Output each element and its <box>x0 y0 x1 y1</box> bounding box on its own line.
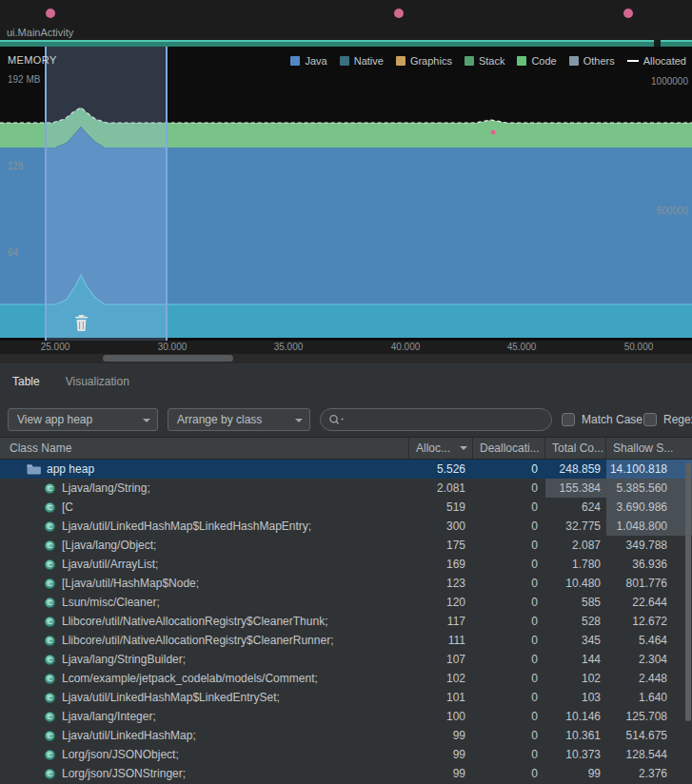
cell-shallow-size: 5.464 <box>606 631 692 650</box>
table-row[interactable]: CLsun/misc/Cleaner;120058522.644 <box>0 593 692 612</box>
legend-label: Code <box>531 55 556 67</box>
class-name-label: [Ljava/util/HashMap$Node; <box>62 574 199 593</box>
column-header-total-co[interactable]: Total Co... <box>545 438 606 459</box>
cell-class-name: CLjava/util/LinkedHashMap; <box>0 726 409 745</box>
memory-chart[interactable]: MEMORY 192 MB JavaNativeGraphicsStackCod… <box>0 47 692 341</box>
class-icon: C <box>44 520 56 533</box>
table-row[interactable]: CLlibcore/util/NativeAllocationRegistry$… <box>0 631 692 650</box>
native-swatch-icon <box>340 56 349 66</box>
arrange-select[interactable]: Arrange by class <box>168 408 310 431</box>
svg-text:C: C <box>48 522 53 531</box>
selection-range[interactable] <box>46 47 167 341</box>
table-row[interactable]: CLcom/example/jetpack_codelab/models/Com… <box>0 669 692 688</box>
column-header-class-name[interactable]: Class Name <box>0 438 409 459</box>
table-row[interactable]: CLorg/json/JSONStringer;990992.376 <box>0 764 692 783</box>
cell-class-name: CLorg/json/JSONStringer; <box>0 764 409 783</box>
match-case-option[interactable]: Match Case <box>562 408 643 431</box>
table-row[interactable]: CLjava/lang/StringBuilder;10701442.304 <box>0 650 692 669</box>
match-case-checkbox[interactable] <box>562 413 575 426</box>
class-icon: C <box>44 635 56 647</box>
search-input[interactable] <box>349 413 544 426</box>
others-swatch-icon <box>569 56 579 66</box>
cell-allocations: 99 <box>409 726 473 745</box>
table-row[interactable]: CLjava/util/LinkedHashMap$LinkedEntrySet… <box>0 688 692 707</box>
event-dot[interactable] <box>46 9 55 18</box>
cell-deallocations: 0 <box>473 479 545 498</box>
table-row[interactable]: C[Ljava/lang/Object;17502.087349.788 <box>0 536 692 555</box>
table-row[interactable]: CLjava/lang/String;2.0810155.3845.385.56… <box>0 479 692 498</box>
svg-text:C: C <box>48 579 53 588</box>
event-dot[interactable] <box>623 9 633 18</box>
cell-shallow-size: 514.675 <box>606 726 692 745</box>
cell-deallocations: 0 <box>473 707 545 726</box>
cell-deallocations: 0 <box>473 650 545 669</box>
class-name-label: Lorg/json/JSONObject; <box>62 745 179 764</box>
column-header-label: Total Co... <box>552 441 603 455</box>
table-row[interactable]: CLjava/util/LinkedHashMap;99010.361514.6… <box>0 726 692 745</box>
legend-label: Graphics <box>410 55 452 67</box>
cell-allocations: 300 <box>409 517 473 536</box>
vertical-scrollbar[interactable] <box>685 462 691 721</box>
heap-select[interactable]: View app heap <box>8 408 158 431</box>
cell-deallocations: 0 <box>473 726 545 745</box>
class-name-label: Ljava/util/ArrayList; <box>62 555 158 574</box>
event-dot[interactable] <box>394 9 404 18</box>
timeline-tick: 25.000 <box>34 342 76 352</box>
column-header-alloc[interactable]: Alloc... <box>409 438 473 459</box>
table-row[interactable]: CLjava/util/LinkedHashMap$LinkedHashMapE… <box>0 517 692 536</box>
column-header-label: Deallocati... <box>480 441 540 455</box>
memory-max-label: 192 MB <box>8 74 40 85</box>
svg-text:C: C <box>48 656 53 664</box>
cell-class-name: CLorg/json/JSONObject; <box>0 745 409 764</box>
legend-item-allocated: Allocated <box>627 55 686 67</box>
cell-shallow-size: 12.672 <box>606 612 692 631</box>
column-header-deallocati[interactable]: Deallocati... <box>473 438 545 459</box>
search-field[interactable] <box>320 408 552 431</box>
cell-class-name: CLjava/lang/String; <box>0 479 409 498</box>
table-row[interactable]: CLjava/util/ArrayList;16901.78036.936 <box>0 555 692 574</box>
cell-deallocations: 0 <box>473 764 545 783</box>
cell-total-count: 248.859 <box>545 460 606 479</box>
cell-deallocations: 0 <box>473 745 545 764</box>
heap-select-value: View app heap <box>17 413 92 426</box>
column-header-shallow-s[interactable]: Shallow S... <box>606 438 692 459</box>
cell-class-name: CLsun/misc/Cleaner; <box>0 593 409 612</box>
table-row[interactable]: C[C51906243.690.986 <box>0 498 692 517</box>
cell-total-count: 624 <box>545 498 606 517</box>
y-axis-label: 128 <box>8 161 24 171</box>
horizontal-scrollbar-thumb[interactable] <box>103 355 233 362</box>
tab-visualization[interactable]: Visualization <box>66 371 129 392</box>
cell-class-name: CLjava/util/LinkedHashMap$LinkedHashMapE… <box>0 517 409 536</box>
table-row[interactable]: CLjava/lang/Integer;100010.146125.708 <box>0 707 692 726</box>
heap-folder-icon <box>27 463 41 475</box>
cell-total-count: 102 <box>545 669 606 688</box>
cell-class-name: CLcom/example/jetpack_codelab/models/Com… <box>0 669 409 688</box>
cell-deallocations: 0 <box>473 498 545 517</box>
table-row[interactable]: CLorg/json/JSONObject;99010.373128.544 <box>0 745 692 764</box>
cell-allocations: 120 <box>409 593 473 612</box>
legend-item-java: Java <box>290 55 326 67</box>
regex-option[interactable]: Regex <box>643 408 692 431</box>
table-row[interactable]: C[Ljava/util/HashMap$Node;123010.480801.… <box>0 574 692 593</box>
cell-total-count: 10.146 <box>545 707 606 726</box>
allocated-swatch-icon <box>627 60 639 62</box>
cell-class-name: CLjava/lang/StringBuilder; <box>0 650 409 669</box>
class-icon: C <box>44 597 56 609</box>
cell-allocations: 519 <box>409 498 473 517</box>
column-header-label: Alloc... <box>416 441 450 455</box>
cell-total-count: 10.480 <box>545 574 606 593</box>
table-row[interactable]: CLlibcore/util/NativeAllocationRegistry$… <box>0 612 692 631</box>
horizontal-scrollbar[interactable] <box>0 354 692 363</box>
sort-desc-icon <box>460 446 467 454</box>
cell-deallocations: 0 <box>473 460 545 479</box>
svg-text:C: C <box>48 560 53 569</box>
cell-shallow-size: 1.048.800 <box>606 517 692 536</box>
class-icon: C <box>44 711 56 723</box>
tab-table[interactable]: Table <box>12 371 40 392</box>
cell-shallow-size: 2.448 <box>606 669 692 688</box>
table-row[interactable]: app heap5.5260248.85914.100.818 <box>0 460 692 479</box>
timeline-tick: 45.000 <box>501 342 543 352</box>
cell-total-count: 585 <box>545 593 606 612</box>
regex-checkbox[interactable] <box>643 413 657 426</box>
table-header: Class NameAlloc...Deallocati...Total Co.… <box>0 437 692 460</box>
